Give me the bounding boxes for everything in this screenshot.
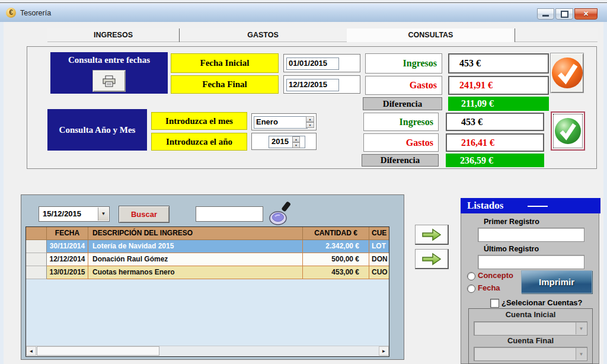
cell-cantidad[interactable]: 500,00 € [303,253,369,266]
scroll-right-icon[interactable]: ► [379,346,389,356]
scrollbar-thumb[interactable] [37,346,159,356]
listados-header: Listados [461,198,600,213]
anio-spinner-field[interactable]: 2015 ▲ ▼ [251,133,317,150]
table-row[interactable]: 30/11/2014 Lotería de Navidad 2015 2.342… [26,240,389,253]
scroll-left-icon[interactable]: ◄ [26,346,36,356]
maximize-icon [561,11,568,18]
fecha-inicial-value[interactable]: 01/01/2015 [286,58,339,70]
orange-check-icon [551,57,583,89]
ultimo-registro-label: Último Registro [484,245,539,253]
fecha-inicial-label: Fecha Inicial [171,53,279,73]
print-button[interactable] [92,70,126,92]
focus-rectangle [553,114,583,148]
fecha-inicial-field[interactable]: 01/01/2015 [283,54,360,72]
date-filter-value[interactable]: 15/12/2015 [43,207,81,221]
fecha-radio-label: Fecha [478,283,500,292]
cell-descripcion[interactable]: Lotería de Navidad 2015 [88,240,303,253]
cuenta-final-label: Cuenta Final [469,336,592,345]
table-row[interactable]: 12/12/2014 Donación Raul Gómez 500,00 € … [26,253,389,266]
concepto-radio[interactable] [467,272,475,280]
tab-consultas[interactable]: CONSULTAS [347,28,515,42]
cuenta-inicial-label: Cuenta Inicial [469,310,592,319]
diferencia-fechas-value: 211,09 € [448,97,549,111]
next-record-button-1[interactable] [415,225,449,245]
anio-spinner-down-icon[interactable]: ▼ [292,142,300,148]
cuentas-groupbox: Cuenta Inicial ▼ Cuenta Final ▼ [468,308,593,364]
diferencia-mes-label: Diferencia [362,154,439,167]
mes-spinner-up-icon[interactable]: ▲ [306,116,314,122]
consulta-fechas-ok-button[interactable] [550,53,584,93]
desktop-edge [0,0,607,3]
header-fecha[interactable]: FECHA [47,227,88,240]
header-descripcion[interactable]: DESCRIPCIÓN DEL INGRESO [88,227,303,240]
header-cantidad[interactable]: CANTIDAD € [303,227,369,240]
cell-fecha[interactable]: 13/01/2015 [47,266,88,279]
tab-strip: INGRESOS GASTOS CONSULTAS [47,28,598,42]
buscar-button[interactable]: Buscar [119,206,170,223]
header-selector [26,227,47,240]
ingresos-fechas-value: 453 € [448,53,549,74]
mes-spinner-down-icon[interactable]: ▼ [306,122,314,128]
ingresos-mes-label: Ingresos [363,113,439,131]
listados-dash-decoration [528,206,548,207]
consulta-anyo-mes-panel: Consulta Año y Mes [47,109,147,151]
consulta-entre-fechas-title: Consulta entre fechas [50,55,168,65]
ingresos-mes-value: 453 € [446,113,544,131]
fecha-radio[interactable] [467,285,475,293]
next-record-button-2[interactable] [415,249,449,269]
window-border-left [0,22,4,364]
tab-ingresos[interactable]: INGRESOS [47,28,180,42]
listados-panel: Listados Primer Registro Último Registro… [461,198,599,364]
ultimo-registro-input[interactable] [478,255,584,269]
cell-fecha[interactable]: 12/12/2014 [47,253,88,266]
cell-cuenta[interactable]: DON [369,253,389,266]
euro-coin-icon: € [6,8,16,18]
cuenta-final-dropdown-icon[interactable]: ▼ [576,348,586,360]
mes-spinner[interactable]: ▲ ▼ [306,116,314,128]
date-filter-combo[interactable]: 15/12/2015 ▼ [39,206,110,222]
maximize-button[interactable] [555,8,573,20]
cell-fecha[interactable]: 30/11/2014 [47,240,88,253]
mes-value[interactable]: Enero [254,116,308,129]
row-selector[interactable] [26,253,47,266]
cell-descripcion[interactable]: Cuotas hermanos Enero [88,266,303,279]
date-filter-dropdown-icon[interactable]: ▼ [98,207,108,221]
concepto-radio-label: Concepto [478,271,513,280]
search-input[interactable] [196,206,263,222]
primer-registro-input[interactable] [478,228,584,242]
cuenta-inicial-dropdown[interactable]: ▼ [474,321,587,336]
fecha-final-label: Fecha Final [171,75,279,94]
cell-cuenta[interactable]: LOT [369,240,389,253]
close-icon: ✕ [583,10,589,18]
row-selector[interactable] [26,266,47,279]
header-cuenta[interactable]: CUE [369,227,389,240]
tesoreria-window: € Tesorería ✕ INGRESOS GASTOS CONSULTAS … [0,0,607,364]
seleccionar-cuentas-checkbox[interactable] [490,299,499,308]
horizontal-scrollbar[interactable]: ◄ ► [26,346,389,356]
cuenta-inicial-dropdown-icon[interactable]: ▼ [576,323,586,334]
minimize-icon [542,15,549,17]
gastos-fechas-value: 241,91 € [448,76,549,95]
cell-descripcion[interactable]: Donación Raul Gómez [88,253,303,266]
anio-spinner[interactable]: ▲ ▼ [292,136,300,146]
close-button[interactable]: ✕ [574,8,598,20]
table-row[interactable]: 13/01/2015 Cuotas hermanos Enero 453,00 … [26,266,389,279]
window-border-right [603,22,607,364]
cell-cantidad[interactable]: 2.342,00 € [303,240,369,253]
tab-gastos[interactable]: GASTOS [179,28,347,42]
consulta-mes-ok-button[interactable] [551,111,585,151]
cell-cantidad[interactable]: 453,00 € [303,266,369,279]
imprimir-button[interactable]: Imprimir [521,270,592,293]
fecha-final-field[interactable]: 12/12/2015 [283,75,360,94]
minimize-button[interactable] [537,8,554,20]
titlebar[interactable]: € Tesorería ✕ [0,4,607,22]
cell-cuenta[interactable]: CUO [369,266,389,279]
gastos-mes-value: 216,41 € [446,133,544,152]
cuenta-final-dropdown[interactable]: ▼ [474,347,587,361]
row-selector[interactable] [26,240,47,253]
anio-spinner-up-icon[interactable]: ▲ [292,136,300,142]
mes-combo[interactable]: Enero ▲ ▼ [251,113,317,130]
fecha-final-value[interactable]: 12/12/2015 [286,79,339,91]
green-arrow-icon [421,252,442,266]
gastos-fechas-label: Gastos [365,76,442,95]
